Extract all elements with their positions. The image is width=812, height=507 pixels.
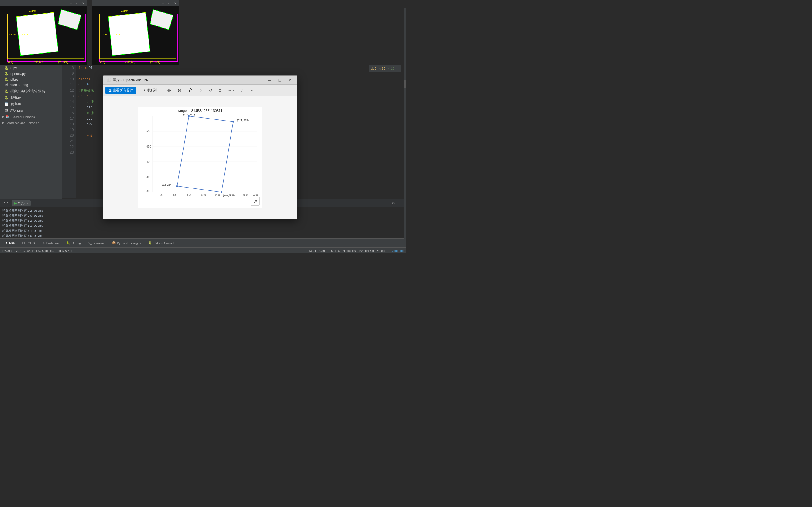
more-btn[interactable]: ··· bbox=[248, 87, 256, 94]
zoom-in-btn[interactable]: ⊕ bbox=[164, 87, 174, 94]
run-minimize-btn[interactable]: ─ bbox=[398, 200, 404, 206]
svg-text:(0,0): (0,0) bbox=[8, 61, 13, 64]
svg-text:(260,242): (260,242) bbox=[34, 61, 43, 64]
view-all-icon: 🖼 bbox=[108, 89, 112, 93]
img-win-2-min[interactable]: ─ bbox=[161, 1, 165, 5]
sidebar-item-3py[interactable]: 🐍 3.py bbox=[0, 65, 62, 71]
sidebar-item-camera[interactable]: 🐍 摄像头实时检测轮廓.py bbox=[0, 88, 62, 94]
external-libraries-label: 📚 External Libraries bbox=[6, 115, 35, 119]
svg-text:400: 400 bbox=[146, 160, 151, 163]
img-window-2-titlebar: ─ □ ✕ bbox=[92, 0, 179, 6]
run-tab[interactable]: ▶ 2 (1) × bbox=[11, 200, 31, 206]
tab-run[interactable]: ▶ Run bbox=[2, 240, 18, 246]
sidebar-item-opencvpy[interactable]: 🐍 opencv.py bbox=[0, 71, 62, 76]
sidebar-item-label: 3.py bbox=[10, 66, 17, 70]
python-file-icon: 🐍 bbox=[4, 72, 9, 76]
photo-close-btn[interactable]: ✕ bbox=[286, 76, 294, 84]
svg-text:300: 300 bbox=[146, 189, 151, 193]
img-win-1-close[interactable]: ✕ bbox=[81, 1, 86, 5]
img-win-1-max[interactable]: □ bbox=[75, 1, 79, 5]
problems-icon: ⚠ bbox=[42, 241, 45, 245]
svg-rect-26 bbox=[153, 116, 257, 192]
img-win-2-close[interactable]: ✕ bbox=[173, 1, 177, 5]
tab-python-packages[interactable]: 📦 Python Packages bbox=[109, 240, 145, 246]
run-icon: ▶ bbox=[14, 201, 17, 205]
status-crlf: CRLF bbox=[319, 249, 327, 252]
chart-title: rangel = 81.53340721130371 bbox=[139, 107, 262, 113]
photo-maximize-btn[interactable]: □ bbox=[276, 76, 284, 84]
tab-debug[interactable]: 🐛 Debug bbox=[63, 240, 84, 246]
svg-text:(260,242): (260,242) bbox=[125, 61, 135, 64]
tab-todo[interactable]: ☑ TODO bbox=[18, 240, 38, 246]
svg-point-50 bbox=[188, 115, 190, 117]
edit-icon: ✂ bbox=[229, 89, 231, 93]
tab-problems[interactable]: ⚠ Problems bbox=[39, 240, 63, 246]
status-python: Python 3.9 (Project) bbox=[359, 249, 386, 252]
svg-text:50: 50 bbox=[159, 194, 163, 197]
problems-label: Problems bbox=[46, 241, 59, 245]
expand-chart-btn[interactable]: ↗ bbox=[251, 196, 260, 206]
img-win-1-min[interactable]: ─ bbox=[69, 1, 73, 5]
sidebar-section-scratches[interactable]: ▶ Scratches and Consoles bbox=[0, 120, 62, 126]
status-right: 13:24 CRLF UTF-8 4 spaces Python 3.9 (Pr… bbox=[308, 249, 404, 252]
sidebar-section-libraries[interactable]: ▶ 📚 External Libraries bbox=[0, 114, 62, 120]
ok-indicator: ✓ 18 bbox=[388, 67, 395, 70]
run-settings-btn[interactable]: ⚙ bbox=[390, 200, 396, 206]
tab-python-console[interactable]: 🐍 Python Console bbox=[145, 240, 179, 246]
svg-text:150: 150 bbox=[187, 194, 192, 197]
share-icon: ↗ bbox=[241, 89, 244, 93]
error-indicator: △ 83 bbox=[378, 67, 385, 70]
photo-title-text: 照片 - tmp32hxvhe1.PNG bbox=[113, 78, 263, 82]
svg-text:450: 450 bbox=[146, 145, 151, 148]
chart-svg: 500 450 400 350 300 50 100 150 200 250 3… bbox=[139, 113, 262, 203]
delete-icon: 🗑 bbox=[188, 88, 193, 93]
sidebar-item-transparent[interactable]: 🖼 透明.png bbox=[0, 107, 62, 114]
img-window-1-content: 4.3cm 7.7cm r:81.5 (0,0) (260,242) (371,… bbox=[0, 6, 87, 64]
sidebar-item-crawler-txt[interactable]: 📄 爬虫.txt bbox=[0, 101, 62, 107]
svg-text:100: 100 bbox=[173, 194, 177, 197]
sidebar-item-label: plt.py bbox=[10, 77, 18, 81]
ok-icon: ✓ bbox=[388, 67, 390, 70]
svg-text:200: 200 bbox=[201, 194, 206, 197]
sidebar-item-pltpy[interactable]: 🐍 plt.py bbox=[0, 76, 62, 82]
more-icon: ··· bbox=[250, 89, 253, 93]
run-tab-close[interactable]: × bbox=[27, 202, 29, 205]
photo-minimize-btn[interactable]: ─ bbox=[266, 76, 273, 84]
zoom-out-btn[interactable]: ⊖ bbox=[175, 87, 184, 94]
library-icon: 📚 bbox=[6, 115, 10, 119]
svg-point-52 bbox=[221, 191, 222, 193]
photo-content: rangel = 81.53340721130371 500 450 400 3… bbox=[103, 96, 297, 219]
rotate-icon: ↺ bbox=[209, 89, 212, 93]
delete-btn[interactable]: 🗑 bbox=[185, 87, 195, 94]
debug-label: Debug bbox=[71, 241, 81, 245]
view-all-photos-btn[interactable]: 🖼 查看所有照片 bbox=[105, 87, 136, 94]
editor-scrollbar[interactable] bbox=[404, 8, 406, 247]
status-bar: PyCharm 2021.2 available // Update... (t… bbox=[0, 247, 406, 253]
bottom-tool-tabs: ▶ Run ☑ TODO ⚠ Problems 🐛 Debug >_ Termi… bbox=[0, 238, 406, 247]
error-count: 83 bbox=[382, 67, 385, 70]
scrollbar-thumb[interactable] bbox=[404, 80, 406, 88]
favorite-btn[interactable]: ♡ bbox=[197, 87, 205, 94]
tab-terminal[interactable]: >_ Terminal bbox=[85, 240, 108, 246]
ok-count: 18 bbox=[391, 67, 395, 70]
edit-chevron: ▾ bbox=[232, 89, 234, 93]
crop-btn[interactable]: ⊡ bbox=[216, 87, 224, 94]
run-controls: ⚙ ─ bbox=[390, 200, 404, 206]
image-file-icon: 🖼 bbox=[4, 83, 8, 87]
edit-btn[interactable]: ✂ ▾ bbox=[225, 87, 237, 94]
console-icon: 🐍 bbox=[148, 241, 152, 245]
share-btn[interactable]: ↗ bbox=[238, 87, 246, 94]
file-sidebar: 🐍 3.py 🐍 opencv.py 🐍 plt.py 🖼 zuobiao.pn… bbox=[0, 65, 62, 204]
expand-warnings-btn[interactable]: ⌃ bbox=[397, 67, 399, 70]
sidebar-item-label: 摄像头实时检测轮廓.py bbox=[10, 89, 45, 94]
rotate-btn[interactable]: ↺ bbox=[206, 87, 215, 94]
terminal-icon: >_ bbox=[88, 241, 92, 245]
packages-icon: 📦 bbox=[112, 241, 116, 245]
add-to-btn[interactable]: + 添加到 bbox=[141, 87, 160, 94]
svg-text:(132, 264): (132, 264) bbox=[161, 183, 172, 186]
image-window-2: ─ □ ✕ 4.3cm 7.7cm r:81.5 (0,0) (260,242)… bbox=[92, 0, 179, 65]
sidebar-item-zuobiao[interactable]: 🖼 zuobiao.png bbox=[0, 82, 62, 88]
svg-text:250: 250 bbox=[215, 194, 220, 197]
sidebar-item-crawler[interactable]: 🐍 爬虫.py bbox=[0, 94, 62, 101]
img-win-2-max[interactable]: □ bbox=[167, 1, 171, 5]
